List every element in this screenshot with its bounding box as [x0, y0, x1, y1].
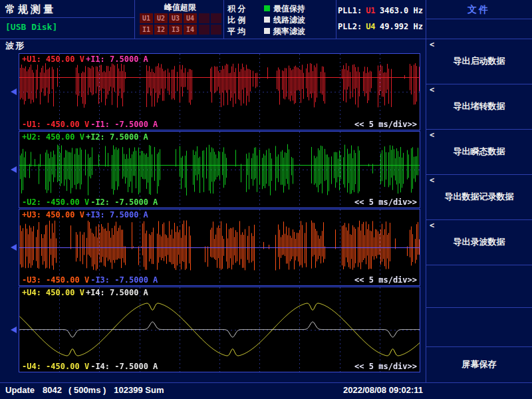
sidebar-button-export-transient-data[interactable]: <导出瞬态数据	[426, 130, 532, 174]
pll-value: 3463.0 Hz	[380, 6, 423, 15]
filter-label-3: 频率滤波	[273, 26, 305, 37]
update-count: 8042	[43, 385, 62, 395]
sidebar-button-empty-slot-2	[426, 308, 532, 346]
scale-label: +I4: 7.5000 A	[86, 288, 148, 297]
peak-indicator-blank	[211, 13, 221, 23]
scale-label: -I4: -7.5000 A	[90, 362, 158, 371]
zero-marker-ch2	[11, 166, 17, 173]
panel-top-scale-labels: +U4: 450.00 V+I4: 7.5000 A	[22, 288, 148, 297]
peak-indicator-i3: I3	[169, 25, 182, 35]
peak-indicator-i4: I4	[184, 25, 197, 35]
panel-top-scale-labels: +U3: 450.00 V+I3: 7.5000 A	[22, 210, 148, 219]
zero-marker-ch4	[11, 327, 17, 333]
status-bar: Update 8042 ( 500ms ) 102399 Sum	[5, 385, 164, 395]
pll-box: PLL1:U13463.0 HzPLL2:U449.992 Hz	[338, 3, 423, 35]
divider-line	[336, 0, 336, 39]
peak-indicator-blank	[199, 25, 209, 35]
sidebar-button-export-startup-data[interactable]: <导出启动数据	[426, 39, 532, 83]
scale-label: +U2: 450.00 V	[22, 132, 84, 142]
scale-label: +U1: 450.00 V	[22, 55, 84, 64]
filter-label-2: 线路滤波	[273, 15, 305, 26]
usb-disk-status: [USB Disk]	[5, 22, 57, 32]
scale-label: -U4: -450.00 V	[22, 362, 89, 371]
sidebar-button-label: 屏幕保存	[462, 358, 497, 370]
sidebar-button-label: 导出启动数据	[454, 55, 505, 67]
pll-source: U1	[366, 6, 375, 15]
sidebar-button-screen-save[interactable]: 屏幕保存	[426, 347, 532, 382]
sidebar-button-export-recorded-wave-data[interactable]: <导出录波数据	[426, 220, 532, 264]
panel-bottom-scale-labels: -U2: -450.00 V-I2: -7.5000 A	[22, 198, 158, 207]
mode-label-3: 平 均	[227, 26, 245, 37]
waveform-canvas-ch2	[19, 132, 420, 207]
sidebar-button-export-datalog-data[interactable]: <导出数据记录数据	[426, 175, 532, 219]
pll-row-1: PLL1:U13463.0 Hz	[338, 3, 423, 19]
panel-bottom-scale-labels: -U4: -450.00 V-I4: -7.5000 A	[22, 362, 158, 371]
file-menu-title: 文件	[426, 4, 532, 16]
peak-indicator-blank	[211, 25, 221, 35]
toggle-indicator-1[interactable]	[264, 5, 270, 11]
filter-label-1: 最值保持	[273, 3, 305, 15]
divider-line	[0, 382, 532, 383]
softkey-marker: <	[430, 40, 434, 49]
softkey-marker: <	[430, 221, 434, 230]
timebase-label: << 5 ms/div>>	[354, 198, 417, 207]
waveform-panel-ch3: +U3: 450.00 V+I3: 7.5000 A-U3: -450.00 V…	[19, 209, 420, 286]
timebase-label: << 5 ms/div>>	[354, 120, 417, 129]
sidebar-button-label: 导出堵转数据	[454, 100, 505, 112]
softkey-marker: <	[430, 85, 434, 94]
peak-indicator-u1: U1	[140, 13, 153, 23]
update-interval: ( 500ms )	[68, 385, 106, 395]
pll-name: PLL1:	[338, 6, 362, 15]
softkey-marker: <	[430, 176, 434, 185]
pll-row-2: PLL2:U449.992 Hz	[338, 19, 423, 35]
scale-label: +I2: 7.5000 A	[86, 132, 148, 142]
sidebar-button-label: 导出录波数据	[454, 236, 505, 248]
sidebar-button-empty-slot-1	[426, 265, 532, 307]
panel-top-scale-labels: +U1: 450.00 V+I1: 7.5000 A	[22, 55, 148, 64]
mode-label-1: 积 分	[227, 3, 245, 15]
power-analyzer-screen: 常规测量 [USB Disk] 波形 峰值超限 文件 Update 8042 (…	[0, 0, 532, 399]
waveform-section-label: 波形	[5, 40, 25, 52]
scale-label: -I2: -7.5000 A	[90, 198, 158, 207]
divider-line	[426, 19, 532, 19]
waveform-panel-ch4: +U4: 450.00 V+I4: 7.5000 A-U4: -450.00 V…	[19, 287, 420, 372]
toggle-indicator-3[interactable]	[264, 28, 270, 34]
scale-label: -U2: -450.00 V	[22, 198, 89, 207]
sidebar-button-label: 导出瞬态数据	[454, 146, 505, 158]
sidebar-button-label: 导出数据记录数据	[445, 191, 514, 203]
waveform-canvas-ch1	[19, 54, 420, 130]
peak-indicator-blank	[199, 13, 209, 23]
scale-label: -I3: -7.5000 A	[90, 275, 158, 285]
peak-indicator-u4: U4	[184, 13, 197, 23]
scale-label: +I1: 7.5000 A	[86, 55, 148, 64]
sidebar-button-export-stall-data[interactable]: <导出堵转数据	[426, 84, 532, 128]
panel-bottom-scale-labels: -U1: -450.00 V-I1: -7.5000 A	[22, 120, 158, 129]
timebase-label: << 5 ms/div>>	[354, 362, 417, 371]
mode-label-2: 比 例	[227, 15, 245, 26]
peak-indicator-i2: I2	[154, 25, 168, 35]
panel-top-scale-labels: +U2: 450.00 V+I2: 7.5000 A	[22, 132, 148, 142]
scale-label: +I3: 7.5000 A	[86, 210, 148, 219]
waveform-canvas-ch4	[19, 287, 420, 372]
timebase-label: << 5 ms/div>>	[354, 275, 417, 285]
peak-indicator-u3: U3	[169, 13, 182, 23]
waveform-panel-ch2: +U2: 450.00 V+I2: 7.5000 A-U2: -450.00 V…	[19, 131, 420, 208]
waveform-panel-ch1: +U1: 450.00 V+I1: 7.5000 A-U1: -450.00 V…	[19, 53, 420, 130]
divider-line	[134, 0, 135, 39]
peak-over-limit-title: 峰值超限	[137, 2, 223, 13]
peak-indicator-i1: I1	[140, 25, 153, 35]
scale-label: -U3: -450.00 V	[22, 275, 89, 285]
scale-label: -U1: -450.00 V	[22, 120, 89, 129]
peak-indicator-u2: U2	[154, 13, 168, 23]
pll-value: 49.992 Hz	[380, 22, 423, 31]
panel-bottom-scale-labels: -U3: -450.00 V-I3: -7.5000 A	[22, 275, 158, 285]
sample-sum: 102399 Sum	[114, 385, 164, 395]
scale-label: -I1: -7.5000 A	[90, 120, 158, 129]
pll-source: U4	[366, 22, 375, 31]
waveform-canvas-ch3	[19, 209, 420, 285]
softkey-marker: <	[430, 130, 434, 140]
toggle-indicator-2[interactable]	[264, 17, 270, 23]
update-label: Update	[5, 385, 35, 395]
zero-marker-ch3	[11, 244, 17, 251]
divider-line	[223, 0, 224, 39]
